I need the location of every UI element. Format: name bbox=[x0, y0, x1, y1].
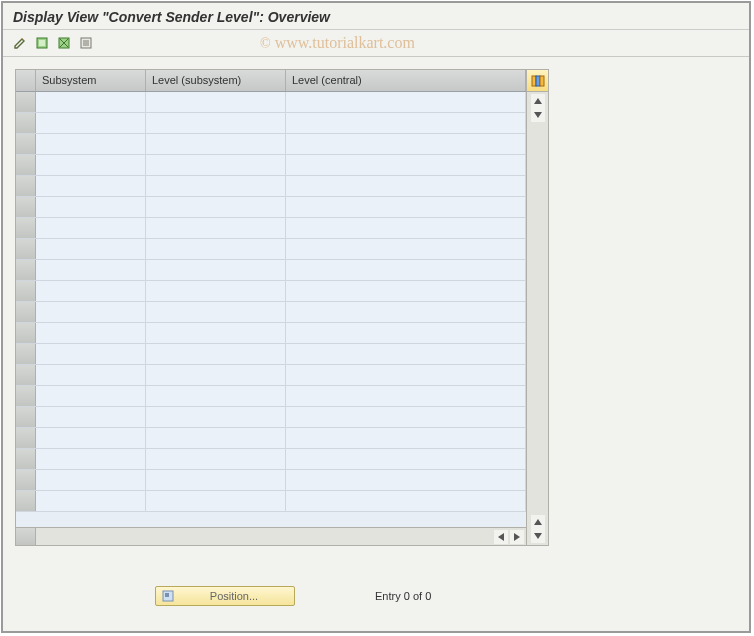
cell[interactable] bbox=[286, 323, 526, 343]
row-selector[interactable] bbox=[16, 176, 36, 196]
scroll-up-button[interactable] bbox=[531, 94, 545, 108]
row-selector[interactable] bbox=[16, 113, 36, 133]
scroll-left-button[interactable] bbox=[494, 530, 508, 544]
cell[interactable] bbox=[36, 134, 146, 154]
page-down-button[interactable] bbox=[531, 529, 545, 543]
cell[interactable] bbox=[286, 176, 526, 196]
row-selector[interactable] bbox=[16, 365, 36, 385]
cell[interactable] bbox=[286, 239, 526, 259]
cell[interactable] bbox=[36, 197, 146, 217]
cell[interactable] bbox=[286, 155, 526, 175]
cell[interactable] bbox=[146, 239, 286, 259]
cell[interactable] bbox=[286, 302, 526, 322]
cell[interactable] bbox=[286, 386, 526, 406]
cell[interactable] bbox=[36, 407, 146, 427]
cell[interactable] bbox=[36, 323, 146, 343]
cell[interactable] bbox=[286, 197, 526, 217]
cell[interactable] bbox=[146, 281, 286, 301]
svg-rect-9 bbox=[532, 76, 536, 86]
cell[interactable] bbox=[36, 113, 146, 133]
scroll-down-button[interactable] bbox=[531, 108, 545, 122]
cell[interactable] bbox=[36, 365, 146, 385]
cell[interactable] bbox=[36, 176, 146, 196]
deselect-all-button[interactable] bbox=[55, 34, 73, 52]
cell[interactable] bbox=[36, 470, 146, 490]
column-header-level-subsystem[interactable]: Level (subsystem) bbox=[146, 70, 286, 91]
cell[interactable] bbox=[36, 281, 146, 301]
row-selector[interactable] bbox=[16, 428, 36, 448]
row-selector[interactable] bbox=[16, 449, 36, 469]
cell[interactable] bbox=[146, 134, 286, 154]
row-selector[interactable] bbox=[16, 386, 36, 406]
cell[interactable] bbox=[286, 134, 526, 154]
cell[interactable] bbox=[36, 428, 146, 448]
cell[interactable] bbox=[146, 386, 286, 406]
row-selector[interactable] bbox=[16, 218, 36, 238]
row-selector[interactable] bbox=[16, 323, 36, 343]
cell[interactable] bbox=[36, 491, 146, 511]
change-mode-button[interactable] bbox=[11, 34, 29, 52]
cell[interactable] bbox=[286, 113, 526, 133]
cell[interactable] bbox=[146, 197, 286, 217]
cell[interactable] bbox=[36, 155, 146, 175]
position-button[interactable]: Position... bbox=[155, 586, 295, 606]
cell[interactable] bbox=[286, 470, 526, 490]
cell[interactable] bbox=[286, 344, 526, 364]
cell[interactable] bbox=[146, 470, 286, 490]
cell[interactable] bbox=[146, 344, 286, 364]
horizontal-scrollbar[interactable] bbox=[36, 528, 526, 545]
cell[interactable] bbox=[146, 407, 286, 427]
cell[interactable] bbox=[36, 239, 146, 259]
cell[interactable] bbox=[286, 218, 526, 238]
row-selector[interactable] bbox=[16, 302, 36, 322]
cell[interactable] bbox=[286, 449, 526, 469]
row-selector[interactable] bbox=[16, 92, 36, 112]
column-header-level-central[interactable]: Level (central) bbox=[286, 70, 526, 91]
row-selector[interactable] bbox=[16, 491, 36, 511]
cell[interactable] bbox=[286, 407, 526, 427]
vertical-scrollbar[interactable] bbox=[527, 92, 548, 545]
cell[interactable] bbox=[286, 92, 526, 112]
select-all-button[interactable] bbox=[33, 34, 51, 52]
cell[interactable] bbox=[146, 428, 286, 448]
row-selector[interactable] bbox=[16, 239, 36, 259]
configure-columns-button[interactable] bbox=[527, 70, 548, 92]
cell[interactable] bbox=[286, 428, 526, 448]
column-header-subsystem[interactable]: Subsystem bbox=[36, 70, 146, 91]
cell[interactable] bbox=[146, 218, 286, 238]
cell[interactable] bbox=[146, 302, 286, 322]
row-selector[interactable] bbox=[16, 155, 36, 175]
cell[interactable] bbox=[36, 218, 146, 238]
scroll-right-button[interactable] bbox=[510, 530, 524, 544]
row-selector[interactable] bbox=[16, 344, 36, 364]
row-selector[interactable] bbox=[16, 470, 36, 490]
cell[interactable] bbox=[36, 302, 146, 322]
page-up-button[interactable] bbox=[531, 515, 545, 529]
row-selector[interactable] bbox=[16, 407, 36, 427]
cell[interactable] bbox=[36, 344, 146, 364]
svg-rect-11 bbox=[540, 76, 544, 86]
cell[interactable] bbox=[146, 113, 286, 133]
cell[interactable] bbox=[286, 260, 526, 280]
cell[interactable] bbox=[146, 155, 286, 175]
cell[interactable] bbox=[146, 365, 286, 385]
select-all-rows-corner[interactable] bbox=[16, 70, 36, 91]
row-selector[interactable] bbox=[16, 134, 36, 154]
row-selector[interactable] bbox=[16, 281, 36, 301]
row-selector[interactable] bbox=[16, 197, 36, 217]
cell[interactable] bbox=[286, 365, 526, 385]
cell[interactable] bbox=[146, 92, 286, 112]
cell[interactable] bbox=[36, 92, 146, 112]
cell[interactable] bbox=[286, 491, 526, 511]
print-button[interactable] bbox=[77, 34, 95, 52]
cell[interactable] bbox=[146, 323, 286, 343]
cell[interactable] bbox=[36, 260, 146, 280]
cell[interactable] bbox=[146, 260, 286, 280]
row-selector[interactable] bbox=[16, 260, 36, 280]
cell[interactable] bbox=[36, 449, 146, 469]
cell[interactable] bbox=[286, 281, 526, 301]
cell[interactable] bbox=[146, 491, 286, 511]
cell[interactable] bbox=[146, 176, 286, 196]
cell[interactable] bbox=[36, 386, 146, 406]
cell[interactable] bbox=[146, 449, 286, 469]
